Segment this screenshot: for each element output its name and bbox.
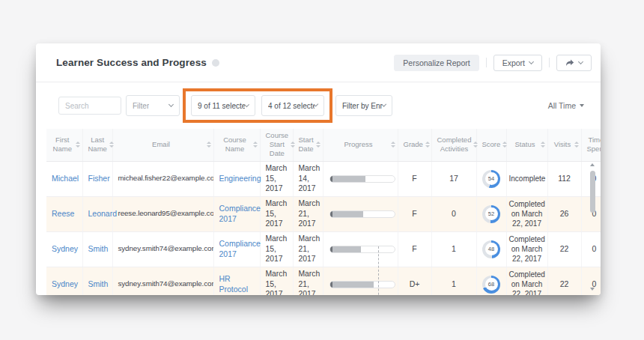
table-row: Sydney Smith sydney.smith74@example.com …: [46, 267, 601, 295]
cell-last-name[interactable]: Leonard: [82, 196, 112, 231]
score-value: 68: [485, 278, 498, 291]
sort-icon: [253, 142, 258, 148]
share-button[interactable]: [556, 55, 592, 71]
cell-email: sydney.smith74@example.com: [112, 267, 213, 295]
cell-start-date: March 21, 2017: [293, 196, 323, 231]
export-button[interactable]: Export: [493, 55, 542, 71]
cell-course-name[interactable]: Compliance 2017: [213, 231, 260, 267]
col-header-score[interactable]: Score: [476, 129, 506, 161]
cell-first-name[interactable]: Reese: [46, 196, 82, 231]
progress-bar: [329, 281, 395, 288]
divider: [549, 58, 550, 67]
fields-selected-label: 9 of 11 selected: [198, 102, 245, 110]
col-header-start-date[interactable]: Start Date: [293, 129, 323, 161]
scrollbar-track[interactable]: [588, 166, 597, 288]
cell-first-name[interactable]: Michael: [46, 161, 82, 196]
annotation-highlight-box: 9 of 11 selected 4 of 12 selected: [183, 88, 332, 123]
courses-selected-label: 4 of 12 selected: [268, 102, 315, 110]
cell-grade: F: [398, 161, 431, 196]
col-header-email[interactable]: Email: [112, 129, 213, 161]
cell-course-start-date: March 15, 2017: [260, 267, 293, 295]
progress-bar-start-notch: [330, 282, 332, 288]
col-header-grade[interactable]: Grade: [398, 129, 431, 161]
courses-selected-dropdown[interactable]: 4 of 12 selected: [261, 95, 324, 116]
cell-email: reese.leonard95@example.com: [112, 196, 213, 231]
progress-bar: [329, 246, 395, 253]
score-ring: 54: [482, 170, 500, 188]
sort-icon: [574, 142, 579, 148]
cell-completed-activities: 1: [431, 267, 476, 295]
sort-icon: [425, 142, 430, 148]
sort-icon: [291, 142, 295, 148]
col-header-course-name[interactable]: Course Name: [213, 129, 260, 161]
cell-last-name[interactable]: Smith: [82, 231, 112, 267]
cell-course-name[interactable]: HR Protocol: [213, 267, 260, 295]
cell-course-start-date: March 15, 2017: [260, 196, 293, 231]
table-row: Michael Fisher micheal.fisher22@example.…: [46, 161, 601, 196]
progress-bar-fill: [330, 246, 361, 252]
chevron-down-icon: [244, 102, 249, 107]
sort-icon: [473, 142, 478, 148]
cell-status: Completed on March 22, 2017: [506, 231, 547, 267]
personalize-report-button[interactable]: Personalize Report: [394, 55, 479, 71]
page-title: Learner Success and Progress: [56, 57, 207, 68]
cell-score: 54: [476, 161, 506, 196]
divider: [486, 58, 487, 67]
cell-course-name[interactable]: Engineering: [213, 161, 260, 196]
cell-course-start-date: March 15, 2017: [260, 161, 293, 196]
fields-selected-dropdown[interactable]: 9 of 11 selected: [191, 95, 255, 116]
enrollment-filter-label: Filter by Enrollm...: [342, 102, 383, 110]
cell-email: micheal.fisher22@example.com: [112, 161, 213, 196]
score-value: 48: [485, 243, 498, 255]
cell-first-name[interactable]: Sydney: [46, 231, 82, 267]
score-ring: 52: [482, 205, 500, 223]
cell-status: Completed on March 22, 2017: [506, 196, 547, 231]
cell-first-name[interactable]: Sydney: [46, 267, 82, 295]
col-header-course-start-date[interactable]: Course Start Date: [260, 129, 293, 161]
caret-down-icon: [580, 104, 584, 107]
time-range-dropdown[interactable]: All Time: [548, 101, 584, 110]
chevron-down-icon: [529, 58, 534, 64]
col-header-last-name[interactable]: Last Name: [82, 129, 112, 161]
cell-score: 52: [476, 196, 506, 231]
cell-last-name[interactable]: Smith: [82, 267, 112, 295]
progress-bar: [329, 210, 395, 218]
progress-bar-start-notch: [330, 211, 332, 217]
col-header-time-spent[interactable]: Time Spent: [581, 129, 601, 161]
col-header-completed-activities[interactable]: Completed Activities: [431, 129, 476, 161]
scrollbar-thumb[interactable]: [590, 171, 595, 213]
progress-bar-fill: [330, 211, 364, 217]
filter-select[interactable]: Filter: [126, 95, 180, 116]
cell-completed-activities: 1: [431, 231, 476, 267]
search-input[interactable]: [58, 97, 121, 115]
info-icon[interactable]: [212, 59, 219, 67]
score-ring: 48: [482, 240, 500, 258]
report-card: Learner Success and Progress Personalize…: [36, 43, 601, 295]
progress-bar: [329, 175, 395, 183]
col-header-status[interactable]: Status: [506, 129, 547, 161]
cell-last-name[interactable]: Fisher: [82, 161, 112, 196]
col-header-first-name[interactable]: First Name: [46, 129, 82, 161]
vertical-scrollbar[interactable]: [588, 163, 597, 291]
cell-visits: 26: [547, 196, 581, 231]
sort-icon: [316, 142, 321, 148]
progress-bar-start-notch: [330, 176, 332, 182]
cell-course-name[interactable]: Compliance 2017: [213, 196, 260, 231]
progress-bar-fill: [330, 176, 365, 182]
sort-icon: [502, 142, 507, 148]
filter-bar: Filter 9 of 11 selected 4 of 12 selected…: [36, 82, 601, 129]
sort-icon: [391, 142, 395, 148]
enrollment-filter-select[interactable]: Filter by Enrollm...: [335, 95, 392, 116]
scroll-down-arrow-icon[interactable]: [590, 288, 595, 291]
cell-visits: 112: [547, 161, 581, 196]
col-header-progress[interactable]: Progress: [323, 129, 398, 161]
cell-start-date: March 21, 2017: [293, 231, 323, 267]
cell-progress: [323, 231, 398, 267]
cell-visits: 22: [547, 231, 581, 267]
col-header-visits[interactable]: Visits: [547, 129, 581, 161]
cell-status: Completed on March 22, 2017: [506, 267, 547, 295]
progress-bar-fill: [330, 282, 374, 288]
chevron-down-icon: [168, 102, 174, 107]
report-header: Learner Success and Progress Personalize…: [36, 43, 601, 82]
cell-course-start-date: March 15, 2017: [260, 231, 293, 267]
